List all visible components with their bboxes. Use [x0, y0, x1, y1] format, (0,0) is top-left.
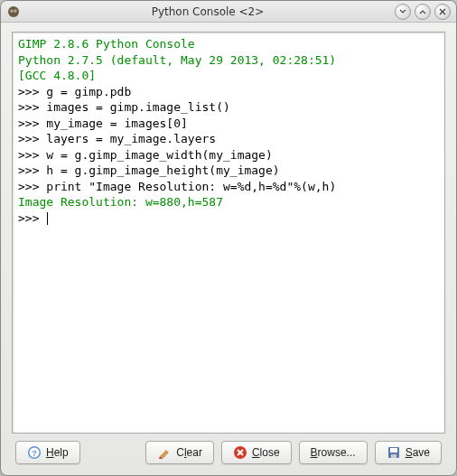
prompt: >>> [18, 163, 39, 177]
maximize-button[interactable] [415, 4, 431, 20]
svg-point-4 [14, 10, 15, 11]
titlebar[interactable]: Python Console <2> [1, 1, 456, 23]
python-console-window: Python Console <2> GIMP 2.8.6 Python Con… [0, 0, 457, 476]
text-cursor [47, 212, 48, 225]
button-label: Help [46, 446, 69, 459]
console-input-line: images = gimp.image_list() [46, 100, 230, 114]
clear-button[interactable]: Clear [145, 441, 214, 464]
content-area: GIMP 2.8.6 Python Console Python 2.7.5 (… [1, 23, 456, 475]
console-input-line: h = g.gimp_image_height(my_image) [46, 163, 279, 177]
button-label: Browse... [311, 446, 356, 459]
console-input-line: layers = my_image.layers [46, 132, 216, 145]
window-title: Python Console <2> [24, 5, 391, 18]
svg-rect-11 [391, 454, 396, 458]
console-output[interactable]: GIMP 2.8.6 Python Console Python 2.7.5 (… [12, 32, 445, 434]
console-output-line: Image Resolution: w=880,h=587 [18, 195, 223, 209]
console-input-line: my_image = images[0] [46, 117, 188, 130]
button-group-right: Clear Close Browse... Save [145, 441, 442, 464]
button-label: Clear [176, 446, 202, 459]
save-icon [387, 445, 401, 460]
help-button[interactable]: ? Help [15, 441, 80, 464]
prompt: >>> [18, 132, 39, 145]
svg-text:?: ? [32, 449, 37, 458]
help-icon: ? [27, 445, 42, 460]
console-header-line: GIMP 2.8.6 Python Console [18, 37, 195, 51]
svg-point-3 [11, 10, 12, 11]
prompt: >>> [18, 180, 39, 193]
svg-point-0 [8, 6, 19, 17]
prompt: >>> [18, 211, 39, 225]
button-label: Save [406, 446, 430, 459]
close-window-button[interactable] [434, 4, 451, 20]
button-bar: ? Help Clear Close [12, 434, 445, 468]
minimize-button[interactable] [395, 4, 411, 20]
prompt: >>> [18, 100, 39, 114]
save-button[interactable]: Save [375, 441, 442, 464]
console-input-line: w = g.gimp_image_width(my_image) [46, 148, 272, 162]
console-header-line: [GCC 4.8.0] [18, 69, 96, 82]
close-button[interactable]: Close [221, 441, 292, 464]
button-label: Close [252, 446, 280, 459]
button-group-left: ? Help [15, 441, 80, 464]
console-input-line: g = gimp.pdb [46, 85, 131, 98]
prompt: >>> [18, 85, 39, 98]
prompt: >>> [18, 148, 39, 162]
gimp-icon [6, 5, 21, 19]
close-round-icon [233, 445, 247, 460]
svg-rect-10 [390, 448, 397, 453]
console-input-line: print "Image Resolution: w=%d,h=%d"%(w,h… [46, 180, 336, 193]
console-header-line: Python 2.7.5 (default, May 29 2013, 02:2… [18, 53, 336, 67]
clear-icon [157, 445, 172, 460]
prompt: >>> [18, 117, 39, 130]
browse-button[interactable]: Browse... [299, 441, 368, 464]
